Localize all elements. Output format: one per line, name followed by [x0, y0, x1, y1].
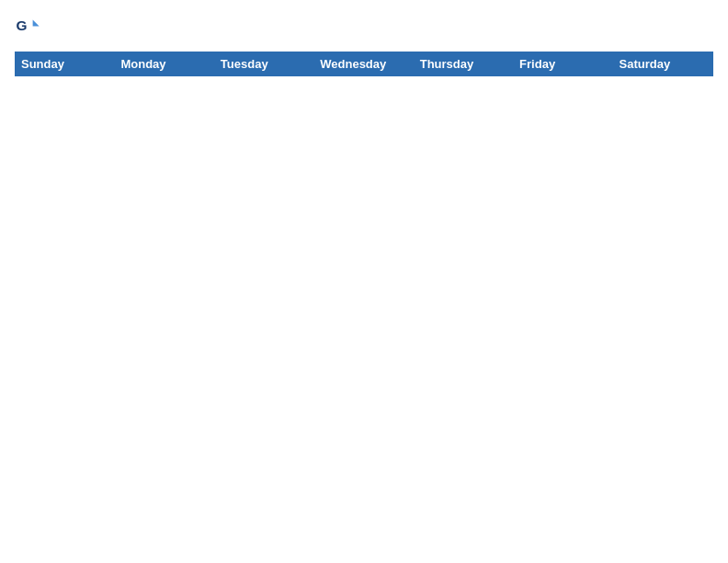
weekday-header: Tuesday — [214, 52, 313, 76]
weekday-header-row: SundayMondayTuesdayWednesdayThursdayFrid… — [16, 52, 713, 76]
weekday-header: Saturday — [613, 52, 712, 76]
weekday-header: Wednesday — [314, 52, 414, 76]
page-header: G — [15, 15, 713, 40]
svg-text:G: G — [16, 17, 27, 33]
logo-icon: G — [15, 15, 40, 40]
weekday-header: Monday — [115, 52, 214, 76]
calendar-table: SundayMondayTuesdayWednesdayThursdayFrid… — [15, 52, 713, 76]
weekday-header: Sunday — [16, 52, 115, 76]
weekday-header: Friday — [514, 52, 613, 76]
logo: G — [15, 15, 44, 40]
weekday-header: Thursday — [414, 52, 513, 76]
svg-marker-1 — [33, 20, 40, 27]
